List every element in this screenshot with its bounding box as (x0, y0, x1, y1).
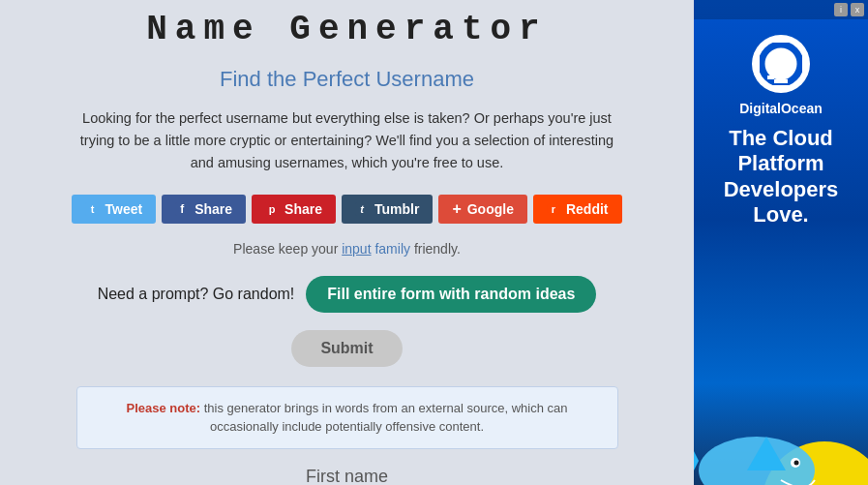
ad-close-icon[interactable]: x (851, 3, 864, 16)
tumblr-share-button[interactable]: t Tumblr (342, 195, 433, 224)
ad-top-bar: i x (694, 0, 868, 19)
ad-headline-line4: Love. (753, 202, 808, 227)
facebook-icon: f (175, 202, 189, 216)
svg-marker-5 (694, 441, 699, 480)
ad-headline-line2: Platform (737, 151, 823, 175)
pinterest-icon: p (265, 202, 279, 216)
google-share-button[interactable]: + Google (438, 195, 527, 224)
ad-close-icons: i x (834, 3, 864, 16)
do-logo-svg (760, 43, 802, 85)
facebook-label: Share (195, 201, 232, 217)
main-content: Name Generator Find the Perfect Username… (0, 0, 694, 485)
twitter-icon: t (85, 202, 99, 216)
ad-sidebar: i x DigitalOcean The Cloud Platform Deve… (694, 0, 868, 485)
digitalocean-logo (752, 35, 810, 93)
ad-headline: The Cloud Platform Developers Love. (724, 126, 839, 228)
tumblr-label: Tumblr (374, 201, 419, 217)
reddit-share-button[interactable]: r Reddit (533, 195, 622, 224)
pinterest-label: Share (284, 201, 322, 217)
family-friendly-notice: Please keep your input family friendly. (233, 241, 461, 257)
google-plus-icon: + (452, 201, 461, 217)
facebook-share-button[interactable]: f Share (162, 195, 246, 224)
reddit-icon: r (547, 202, 560, 216)
shark-svg (694, 383, 844, 485)
note-bold: Please note: (127, 401, 201, 415)
prompt-row: Need a prompt? Go random! Fill entire fo… (98, 276, 597, 313)
digitalocean-brand: DigitalOcean (739, 101, 823, 116)
page-description: Looking for the perfect username but eve… (76, 107, 618, 175)
twitter-share-button[interactable]: t Tweet (72, 195, 156, 224)
google-label: Google (467, 201, 514, 217)
page-title: Name Generator (146, 10, 547, 49)
pinterest-share-button[interactable]: p Share (252, 195, 336, 224)
svg-point-7 (794, 460, 799, 465)
shark-area (694, 374, 868, 485)
ad-headline-line3: Developers (724, 177, 839, 201)
first-name-label: First name (306, 467, 388, 485)
submit-button[interactable]: Submit (291, 330, 402, 367)
reddit-label: Reddit (566, 201, 609, 217)
notice-text: Please note: this generator brings in wo… (101, 399, 594, 437)
notice-box: Please note: this generator brings in wo… (76, 386, 618, 449)
friendly-word-highlight: family (374, 241, 410, 257)
ad-headline-line1: The Cloud (729, 126, 833, 150)
input-word-highlight: input (342, 241, 371, 257)
ad-content: DigitalOcean The Cloud Platform Develope… (694, 19, 868, 248)
random-ideas-button[interactable]: Fill entire form with random ideas (306, 276, 596, 313)
tumblr-icon: t (355, 202, 369, 216)
twitter-label: Tweet (105, 201, 142, 217)
ad-info-icon[interactable]: i (834, 3, 848, 16)
social-buttons-row: t Tweet f Share p Share t Tumblr + Googl… (72, 195, 621, 224)
page-subtitle: Find the Perfect Username (220, 67, 474, 92)
notice-body: this generator brings in words from an e… (204, 401, 568, 435)
prompt-text: Need a prompt? Go random! (98, 286, 295, 303)
svg-rect-2 (767, 76, 774, 79)
svg-rect-1 (774, 79, 788, 83)
